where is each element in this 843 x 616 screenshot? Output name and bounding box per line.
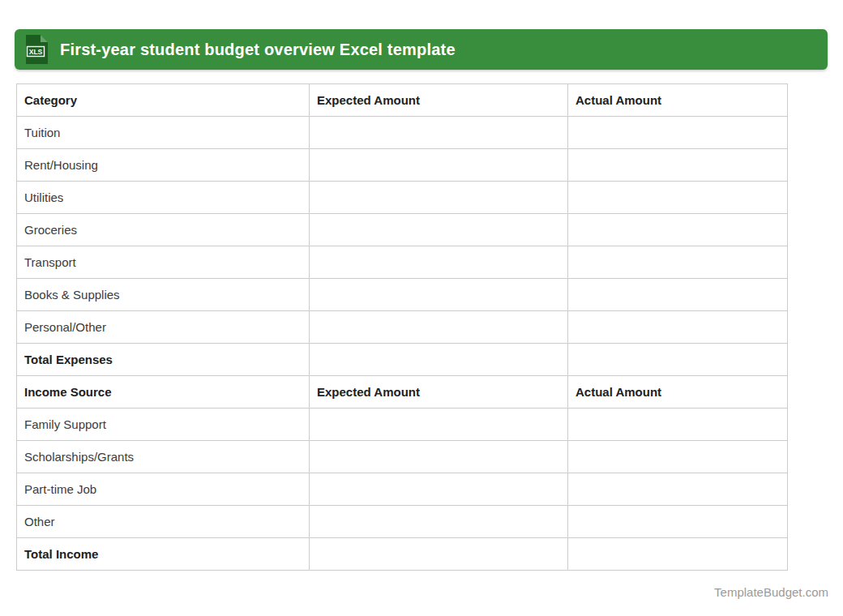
cell-books-supplies-expected[interactable] bbox=[310, 279, 568, 311]
row-label-groceries: Groceries bbox=[17, 214, 310, 246]
cell-personal-other-expected[interactable] bbox=[310, 311, 568, 344]
xls-file-icon: XLS bbox=[24, 34, 49, 65]
table-row-other: Other bbox=[17, 506, 788, 538]
row-label-utilities: Utilities bbox=[17, 182, 310, 214]
table-row-family-support: Family Support bbox=[17, 409, 788, 441]
column-header-income-actual-amount: Actual Amount bbox=[568, 376, 788, 409]
row-label-total-income: Total Income bbox=[17, 538, 310, 571]
row-label-part-time-job: Part-time Job bbox=[17, 473, 310, 506]
site-attribution: TemplateBudget.com bbox=[714, 585, 828, 599]
table-row-personal-other: Personal/Other bbox=[17, 311, 788, 344]
table-row-scholarships-grants: Scholarships/Grants bbox=[17, 441, 788, 473]
cell-scholarships-grants-expected[interactable] bbox=[310, 441, 568, 473]
cell-total-expenses-expected[interactable] bbox=[310, 344, 568, 376]
cell-tuition-actual[interactable] bbox=[568, 117, 788, 149]
row-label-rent-housing: Rent/Housing bbox=[17, 149, 310, 182]
svg-text:XLS: XLS bbox=[29, 48, 43, 56]
cell-other-actual[interactable] bbox=[568, 506, 788, 538]
cell-utilities-expected[interactable] bbox=[310, 182, 568, 214]
table-row-total-income: Total Income bbox=[17, 538, 788, 571]
cell-total-income-expected[interactable] bbox=[310, 538, 568, 571]
cell-groceries-expected[interactable] bbox=[310, 214, 568, 246]
table-row-rent-housing: Rent/Housing bbox=[17, 149, 788, 182]
column-header-income-expected-amount: Expected Amount bbox=[310, 376, 568, 409]
row-label-family-support: Family Support bbox=[17, 409, 310, 441]
cell-personal-other-actual[interactable] bbox=[568, 311, 788, 344]
table-row-total-expenses: Total Expenses bbox=[17, 344, 788, 376]
cell-total-income-actual[interactable] bbox=[568, 538, 788, 571]
cell-rent-housing-expected[interactable] bbox=[310, 149, 568, 182]
column-header-expected-amount: Expected Amount bbox=[310, 84, 568, 117]
cell-family-support-actual[interactable] bbox=[568, 409, 788, 441]
budget-table: Category Expected Amount Actual Amount T… bbox=[16, 83, 788, 571]
row-label-scholarships-grants: Scholarships/Grants bbox=[17, 441, 310, 473]
page-title: First-year student budget overview Excel… bbox=[60, 41, 456, 59]
cell-books-supplies-actual[interactable] bbox=[568, 279, 788, 311]
cell-transport-actual[interactable] bbox=[568, 246, 788, 279]
column-header-actual-amount: Actual Amount bbox=[568, 84, 788, 117]
cell-other-expected[interactable] bbox=[310, 506, 568, 538]
table-row-groceries: Groceries bbox=[17, 214, 788, 246]
cell-part-time-job-expected[interactable] bbox=[310, 473, 568, 506]
expense-header-row: Category Expected Amount Actual Amount bbox=[17, 84, 788, 117]
cell-family-support-expected[interactable] bbox=[310, 409, 568, 441]
table-row-utilities: Utilities bbox=[17, 182, 788, 214]
cell-rent-housing-actual[interactable] bbox=[568, 149, 788, 182]
row-label-books-supplies: Books & Supplies bbox=[17, 279, 310, 311]
column-header-category: Category bbox=[17, 84, 310, 117]
cell-total-expenses-actual[interactable] bbox=[568, 344, 788, 376]
cell-part-time-job-actual[interactable] bbox=[568, 473, 788, 506]
cell-groceries-actual[interactable] bbox=[568, 214, 788, 246]
cell-utilities-actual[interactable] bbox=[568, 182, 788, 214]
template-title-bar: XLS First-year student budget overview E… bbox=[15, 29, 828, 70]
page: XLS First-year student budget overview E… bbox=[0, 0, 843, 616]
row-label-other: Other bbox=[17, 506, 310, 538]
cell-scholarships-grants-actual[interactable] bbox=[568, 441, 788, 473]
row-label-total-expenses: Total Expenses bbox=[17, 344, 310, 376]
cell-tuition-expected[interactable] bbox=[310, 117, 568, 149]
row-label-transport: Transport bbox=[17, 246, 310, 279]
table-row-part-time-job: Part-time Job bbox=[17, 473, 788, 506]
table-row-tuition: Tuition bbox=[17, 117, 788, 149]
cell-transport-expected[interactable] bbox=[310, 246, 568, 279]
column-header-income-source: Income Source bbox=[17, 376, 310, 409]
table-row-transport: Transport bbox=[17, 246, 788, 279]
row-label-personal-other: Personal/Other bbox=[17, 311, 310, 344]
row-label-tuition: Tuition bbox=[17, 117, 310, 149]
income-header-row: Income Source Expected Amount Actual Amo… bbox=[17, 376, 788, 409]
table-row-books-supplies: Books & Supplies bbox=[17, 279, 788, 311]
